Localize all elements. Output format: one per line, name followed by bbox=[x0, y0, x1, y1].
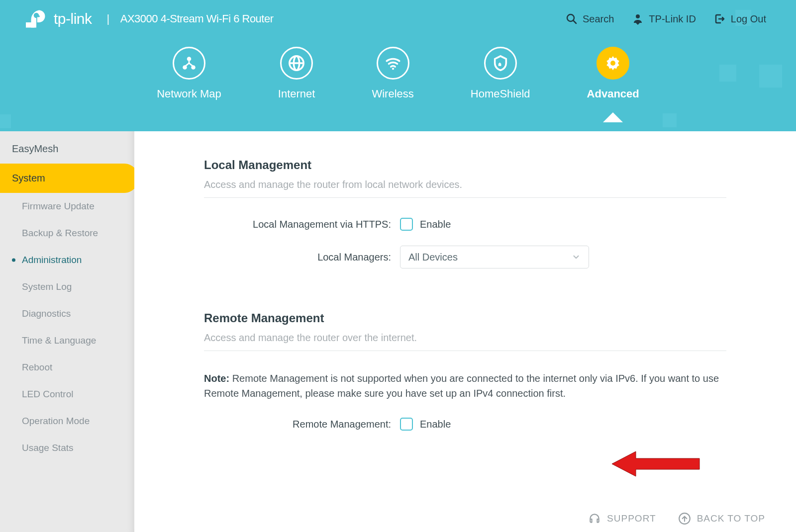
row-local-https: Local Management via HTTPS: Enable bbox=[204, 218, 726, 231]
support-button[interactable]: SUPPORT bbox=[588, 512, 656, 525]
network-icon bbox=[173, 47, 205, 80]
tab-label: Wireless bbox=[372, 88, 413, 100]
row-remote-management: Remote Management: Enable bbox=[204, 418, 726, 431]
sidebar-sub-firmware-update[interactable]: Firmware Update bbox=[0, 193, 134, 220]
body: EasyMesh System Firmware Update Backup &… bbox=[0, 131, 796, 532]
tplink-logo-icon bbox=[26, 8, 47, 29]
select-local-managers[interactable]: All Devices bbox=[400, 246, 589, 268]
note-text: Remote Management is not supported when … bbox=[204, 373, 719, 399]
label-local-https: Local Management via HTTPS: bbox=[204, 219, 400, 230]
tab-label: Advanced bbox=[587, 88, 639, 100]
tab-homeshield[interactable]: HomeShield bbox=[471, 47, 530, 100]
checkbox-remote-management[interactable] bbox=[400, 418, 413, 431]
tab-label: Network Map bbox=[157, 88, 221, 100]
note-label: Note: bbox=[204, 373, 229, 384]
tplink-id-label: TP-Link ID bbox=[649, 13, 696, 25]
tab-internet[interactable]: Internet bbox=[278, 47, 315, 100]
annotation-arrow bbox=[612, 448, 701, 479]
section-divider bbox=[204, 351, 726, 351]
section-divider bbox=[204, 197, 726, 198]
back-to-top-button[interactable]: BACK TO TOP bbox=[678, 512, 765, 525]
tab-label: HomeShield bbox=[471, 88, 530, 100]
sidebar-sub-reboot[interactable]: Reboot bbox=[0, 354, 134, 381]
sidebar-item-system[interactable]: System bbox=[0, 164, 138, 193]
svg-rect-0 bbox=[26, 22, 35, 28]
brand-logo: tp-link | AX3000 4-Stream Wi-Fi 6 Router bbox=[26, 8, 274, 29]
svg-point-12 bbox=[610, 61, 615, 66]
shield-icon bbox=[484, 47, 517, 80]
search-button[interactable]: Search bbox=[566, 13, 614, 25]
sidebar-sub-operation-mode[interactable]: Operation Mode bbox=[0, 408, 134, 435]
search-label: Search bbox=[583, 13, 614, 25]
sidebar-sub-led-control[interactable]: LED Control bbox=[0, 381, 134, 408]
logout-button[interactable]: Log Out bbox=[714, 13, 766, 25]
svg-point-3 bbox=[636, 14, 640, 18]
label-local-managers: Local Managers: bbox=[204, 252, 400, 263]
header-actions: Search TP-Link ID Log Out bbox=[566, 13, 766, 25]
checkbox-wrap: Enable bbox=[400, 418, 451, 431]
section-desc-local: Access and manage the router from local … bbox=[204, 179, 726, 197]
sidebar-sub-backup-restore[interactable]: Backup & Restore bbox=[0, 220, 134, 247]
active-tab-indicator bbox=[603, 112, 623, 122]
header-decoration bbox=[0, 114, 11, 128]
model-name: AX3000 4-Stream Wi-Fi 6 Router bbox=[120, 12, 274, 25]
label-remote-management: Remote Management: bbox=[204, 419, 400, 430]
globe-icon bbox=[280, 47, 313, 80]
chevron-down-icon bbox=[572, 253, 581, 262]
svg-point-5 bbox=[187, 57, 192, 61]
note-remote: Note: Remote Management is not supported… bbox=[204, 371, 726, 401]
header-decoration bbox=[663, 113, 677, 127]
header: tp-link | AX3000 4-Stream Wi-Fi 6 Router… bbox=[0, 0, 796, 131]
headset-icon bbox=[588, 512, 601, 525]
sidebar-sub-diagnostics[interactable]: Diagnostics bbox=[0, 300, 134, 327]
brand-name: tp-link bbox=[54, 10, 92, 27]
section-desc-remote: Access and manage the router over the in… bbox=[204, 332, 726, 351]
section-title-local: Local Management bbox=[204, 158, 726, 172]
sidebar-item-easymesh[interactable]: EasyMesh bbox=[0, 134, 134, 164]
main-nav: Network Map Internet Wireless HomeShield… bbox=[0, 47, 796, 100]
footer: SUPPORT BACK TO TOP bbox=[588, 512, 765, 525]
logout-icon bbox=[714, 13, 726, 25]
content-panel: Local Management Access and manage the r… bbox=[134, 131, 796, 532]
sidebar-sub-time-language[interactable]: Time & Language bbox=[0, 327, 134, 354]
checkbox-local-https[interactable] bbox=[400, 218, 413, 231]
person-icon bbox=[632, 13, 644, 25]
wifi-icon bbox=[377, 47, 409, 80]
header-top-bar: tp-link | AX3000 4-Stream Wi-Fi 6 Router… bbox=[0, 0, 796, 38]
svg-point-11 bbox=[392, 68, 394, 70]
sidebar-sub-administration[interactable]: Administration bbox=[0, 247, 134, 273]
section-title-remote: Remote Management bbox=[204, 311, 726, 325]
sidebar-sub-system-log[interactable]: System Log bbox=[0, 273, 134, 300]
tab-network-map[interactable]: Network Map bbox=[157, 47, 221, 100]
tplink-id-button[interactable]: TP-Link ID bbox=[632, 13, 696, 25]
support-label: SUPPORT bbox=[607, 513, 656, 524]
sidebar-sub-usage-stats[interactable]: Usage Stats bbox=[0, 435, 134, 461]
svg-marker-4 bbox=[636, 23, 640, 25]
sidebar: EasyMesh System Firmware Update Backup &… bbox=[0, 122, 134, 532]
tab-label: Internet bbox=[278, 88, 315, 100]
search-icon bbox=[566, 13, 578, 25]
row-local-managers: Local Managers: All Devices bbox=[204, 246, 726, 268]
back-to-top-label: BACK TO TOP bbox=[697, 513, 765, 524]
brand-divider: | bbox=[107, 12, 109, 25]
svg-line-2 bbox=[573, 20, 576, 23]
checkbox-label: Enable bbox=[420, 219, 451, 230]
checkbox-label: Enable bbox=[420, 419, 451, 430]
checkbox-wrap: Enable bbox=[400, 218, 451, 231]
svg-marker-13 bbox=[612, 451, 699, 476]
logout-label: Log Out bbox=[731, 13, 766, 25]
gear-icon bbox=[597, 47, 629, 80]
tab-advanced[interactable]: Advanced bbox=[587, 47, 639, 100]
select-value: All Devices bbox=[408, 252, 458, 263]
tab-wireless[interactable]: Wireless bbox=[372, 47, 413, 100]
arrow-up-circle-icon bbox=[678, 512, 691, 525]
